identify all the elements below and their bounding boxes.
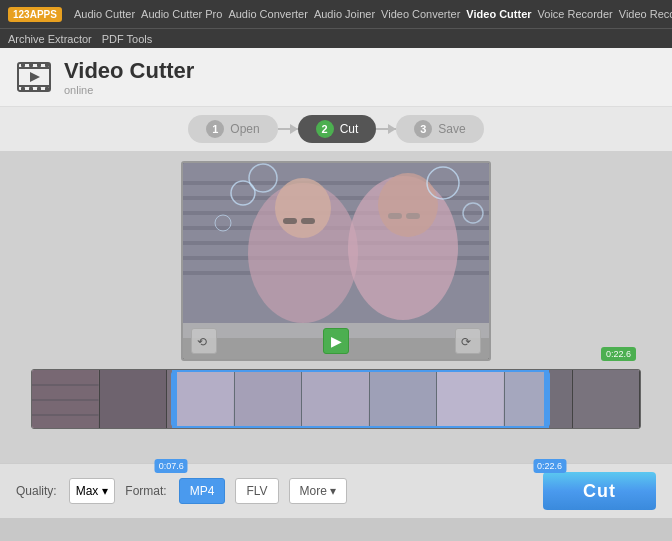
cut-button[interactable]: Cut — [543, 472, 656, 510]
svg-rect-42 — [302, 370, 369, 428]
nav-audio-cutter-pro[interactable]: Audio Cutter Pro — [141, 8, 222, 20]
step-cut-number: 2 — [316, 120, 334, 138]
rewind-button[interactable]: ⟲ — [191, 328, 217, 354]
page-subtitle: online — [64, 84, 194, 96]
player-controls: ⟲ ▶ ⟳ — [183, 323, 489, 359]
svg-rect-31 — [388, 213, 402, 219]
quality-select[interactable]: Max ▾ — [69, 478, 116, 504]
timeline-strip[interactable] — [31, 369, 641, 429]
step-save-label: Save — [438, 122, 465, 136]
top-navigation: 123APPS Audio Cutter Audio Cutter Pro Au… — [0, 0, 672, 28]
more-label: More — [300, 484, 327, 498]
svg-rect-9 — [37, 87, 41, 91]
svg-rect-2 — [18, 85, 50, 87]
timeline-thumb-2 — [100, 370, 168, 428]
step-open-label: Open — [230, 122, 259, 136]
quality-label: Quality: — [16, 484, 57, 498]
svg-text:⟲: ⟲ — [197, 335, 207, 348]
nav-voice-recorder[interactable]: Voice Recorder — [538, 8, 613, 20]
nav-video-cutter[interactable]: Video Cutter — [466, 8, 531, 20]
svg-text:⟳: ⟳ — [461, 335, 471, 348]
play-button[interactable]: ▶ — [323, 328, 349, 354]
video-frame — [183, 163, 491, 338]
timeline-start-time: 0:07.6 — [155, 459, 188, 473]
timeline-thumb-4 — [235, 370, 303, 428]
svg-rect-45 — [505, 370, 572, 428]
svg-rect-40 — [167, 370, 234, 428]
steps-bar: 1 Open 2 Cut 3 Save — [0, 107, 672, 151]
timeline-thumb-1 — [32, 370, 100, 428]
svg-point-23 — [378, 173, 438, 237]
nav-archive-extractor[interactable]: Archive Extractor — [8, 33, 92, 45]
timeline-container: 0:22.6 — [31, 369, 641, 451]
video-preview: ⟲ ▶ ⟳ — [181, 161, 491, 361]
sub-navigation: Archive Extractor PDF Tools — [0, 28, 672, 48]
timeline-thumb-8 — [505, 370, 573, 428]
svg-rect-6 — [45, 63, 49, 67]
film-icon — [16, 59, 52, 95]
svg-rect-3 — [21, 63, 25, 67]
more-arrow-icon: ▾ — [330, 484, 336, 498]
svg-rect-39 — [100, 370, 167, 428]
video-content — [183, 163, 491, 338]
step-save[interactable]: 3 Save — [396, 115, 483, 143]
page-title: Video Cutter — [64, 58, 194, 84]
quality-arrow-icon: ▾ — [102, 484, 108, 498]
svg-rect-5 — [37, 63, 41, 67]
svg-rect-44 — [437, 370, 504, 428]
step-cut[interactable]: 2 Cut — [298, 115, 377, 143]
title-group: Video Cutter online — [64, 58, 194, 96]
svg-rect-10 — [45, 87, 49, 91]
more-formats-button[interactable]: More ▾ — [289, 478, 347, 504]
svg-rect-29 — [283, 218, 297, 224]
timeline-thumb-7 — [437, 370, 505, 428]
nav-video-converter[interactable]: Video Converter — [381, 8, 460, 20]
timeline-duration-badge: 0:22.6 — [601, 347, 636, 361]
page-header: Video Cutter online — [0, 48, 672, 107]
format-mp4-button[interactable]: MP4 — [179, 478, 226, 504]
format-label: Format: — [125, 484, 166, 498]
quality-value: Max — [76, 484, 99, 498]
svg-rect-7 — [21, 87, 25, 91]
svg-rect-32 — [406, 213, 420, 219]
svg-marker-11 — [30, 72, 40, 82]
nav-video-recorder[interactable]: Video Recorder — [619, 8, 672, 20]
step-arrow-1 — [278, 128, 298, 130]
nav-audio-cutter[interactable]: Audio Cutter — [74, 8, 135, 20]
step-cut-label: Cut — [340, 122, 359, 136]
nav-pdf-tools[interactable]: PDF Tools — [102, 33, 153, 45]
svg-rect-4 — [29, 63, 33, 67]
step-open-number: 1 — [206, 120, 224, 138]
timeline-thumb-5 — [302, 370, 370, 428]
timeline-labels: 0:07.6 0:22.6 — [31, 429, 641, 451]
main-content: ⟲ ▶ ⟳ 0:22.6 — [0, 151, 672, 463]
svg-point-21 — [275, 178, 331, 238]
svg-rect-41 — [235, 370, 302, 428]
logo[interactable]: 123APPS — [8, 7, 62, 22]
nav-audio-converter[interactable]: Audio Converter — [228, 8, 308, 20]
step-save-number: 3 — [414, 120, 432, 138]
timeline-thumb-6 — [370, 370, 438, 428]
timeline-thumb-9 — [573, 370, 641, 428]
bottom-toolbar: Quality: Max ▾ Format: MP4 FLV More ▾ Cu… — [0, 463, 672, 518]
nav-audio-joiner[interactable]: Audio Joiner — [314, 8, 375, 20]
forward-button[interactable]: ⟳ — [455, 328, 481, 354]
svg-rect-30 — [301, 218, 315, 224]
timeline-end-time: 0:22.6 — [533, 459, 566, 473]
step-open[interactable]: 1 Open — [188, 115, 277, 143]
step-arrow-2 — [376, 128, 396, 130]
svg-rect-8 — [29, 87, 33, 91]
format-flv-button[interactable]: FLV — [235, 478, 278, 504]
svg-rect-46 — [573, 370, 640, 428]
timeline-thumb-3 — [167, 370, 235, 428]
svg-rect-43 — [370, 370, 437, 428]
svg-rect-1 — [18, 67, 50, 69]
